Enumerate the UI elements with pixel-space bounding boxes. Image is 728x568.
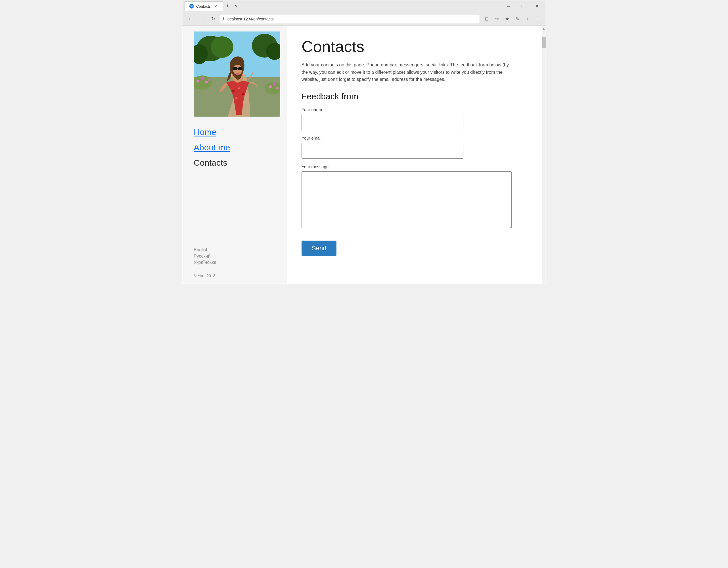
svg-point-11 [208,79,210,81]
name-input[interactable] [302,114,463,130]
reader-view-icon[interactable]: ⊟ [482,14,491,24]
message-field-group: Your message [302,164,528,229]
lang-english[interactable]: English [194,248,276,253]
svg-point-17 [242,93,244,95]
svg-point-12 [269,85,272,88]
email-field-group: Your email [302,136,528,159]
language-section: English Русский Українська [194,248,276,265]
page-title: Contacts [302,37,528,56]
svg-point-14 [276,87,279,89]
svg-point-26 [236,73,239,75]
lang-russian[interactable]: Русский [194,254,276,259]
svg-line-24 [232,68,233,68]
tab-close-button[interactable]: ✕ [213,4,218,9]
svg-rect-21 [233,67,237,70]
restore-button[interactable]: ☐ [516,2,529,11]
footer-copyright: © You, 2018 [194,274,276,278]
address-bar: ← → ↻ ℹ localhost:1234/en/contacts ⊟ ☆ ★… [182,12,546,26]
nav-links: Home About me Contacts [194,125,276,170]
back-button[interactable]: ← [186,14,195,24]
contact-form: Your name Your email Your message Send [302,107,528,256]
lang-ukrainian[interactable]: Українська [194,260,276,265]
profile-image [194,32,280,117]
svg-line-25 [242,68,243,68]
nav-link-home[interactable]: Home [194,125,276,139]
send-button[interactable]: Send [302,241,336,256]
svg-point-15 [232,90,235,92]
page-description: Add your contacts on this page. Phone nu… [302,61,512,83]
title-bar: DS Contacts ✕ + ∨ ─ ☐ ✕ [182,0,546,12]
message-label: Your message [302,164,528,169]
url-bar[interactable]: ℹ localhost:1234/en/contacts [220,14,480,24]
tab-list-button[interactable]: ∨ [233,3,240,9]
title-bar-left: DS Contacts ✕ + ∨ [185,1,500,11]
tab-title: Contacts [196,4,211,9]
url-text: localhost:1234/en/contacts [227,17,274,21]
svg-point-9 [200,77,204,80]
annotate-icon[interactable]: ✎ [513,14,522,24]
svg-rect-22 [238,67,242,70]
svg-point-8 [196,80,199,83]
toolbar-icons: ⊟ ☆ ★ ✎ ↑ ⋯ [482,14,542,24]
svg-point-16 [238,87,240,89]
close-button[interactable]: ✕ [530,2,543,11]
svg-point-13 [273,82,276,86]
svg-point-18 [235,97,237,99]
tab-favicon: DS [189,4,194,9]
reload-button[interactable]: ↻ [208,14,217,24]
new-tab-button[interactable]: + [224,2,231,10]
svg-point-3 [211,36,233,58]
forward-button[interactable]: → [197,14,206,24]
form-title: Feedback from [302,92,528,101]
favorites-bar-icon[interactable]: ★ [503,14,512,24]
minimize-button[interactable]: ─ [502,2,515,11]
active-tab[interactable]: DS Contacts ✕ [185,1,223,11]
scrollbar-thumb[interactable] [542,37,546,48]
share-icon[interactable]: ↑ [523,14,532,24]
settings-icon[interactable]: ⋯ [533,14,542,24]
main-content: Contacts Add your contacts on this page.… [287,26,542,284]
name-label: Your name [302,107,528,112]
scrollbar[interactable]: ▲ [542,26,546,284]
nav-link-contacts: Contacts [194,156,276,170]
svg-point-10 [205,81,208,83]
scroll-up-arrow[interactable]: ▲ [541,26,546,31]
sidebar: Home About me Contacts English Русский У… [182,26,287,284]
email-input[interactable] [302,143,463,159]
email-label: Your email [302,136,528,141]
message-textarea[interactable] [302,171,512,228]
tab-bar: DS Contacts ✕ + ∨ [185,1,240,11]
favorites-icon[interactable]: ☆ [492,14,501,24]
security-info-icon: ℹ [223,17,224,21]
name-field-group: Your name [302,107,528,130]
nav-link-about[interactable]: About me [194,141,276,155]
window-controls: ─ ☐ ✕ [502,2,543,11]
